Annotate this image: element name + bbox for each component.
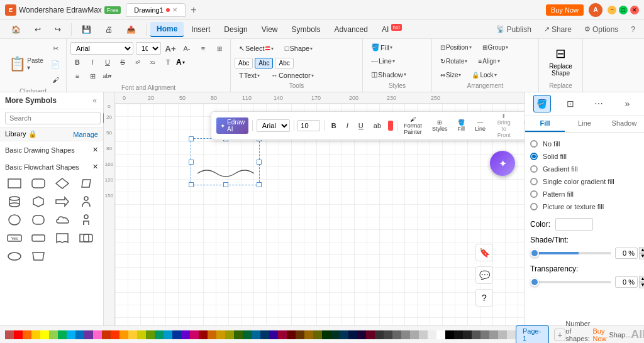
color-swatch[interactable] bbox=[111, 330, 119, 339]
color-swatch[interactable] bbox=[410, 330, 419, 339]
color-swatch[interactable] bbox=[5, 330, 14, 339]
text-align-btn[interactable]: ≡ bbox=[196, 41, 210, 55]
color-swatch[interactable] bbox=[322, 330, 331, 339]
indent-btn[interactable]: ab▾ bbox=[101, 69, 114, 83]
shape-paper[interactable] bbox=[53, 230, 72, 246]
sidebar-collapse-btn[interactable]: « bbox=[91, 96, 98, 105]
shape-trapezoid[interactable] bbox=[29, 248, 48, 264]
italic-btn[interactable]: I bbox=[86, 55, 99, 69]
page-1-tab[interactable]: Page-1 bbox=[516, 325, 549, 344]
style-abc1[interactable]: Abc bbox=[235, 58, 253, 68]
shade-tint-slider[interactable] bbox=[530, 252, 611, 254]
tab-shadow[interactable]: Shadow bbox=[604, 116, 644, 132]
color-swatch[interactable] bbox=[498, 330, 507, 339]
publish-btn[interactable]: 📡 Publish bbox=[492, 24, 535, 35]
strikethrough-btn[interactable]: S bbox=[116, 55, 130, 69]
color-swatch[interactable] bbox=[296, 330, 304, 339]
fill-pattern-radio[interactable] bbox=[530, 190, 538, 198]
handle-tl[interactable] bbox=[189, 136, 194, 141]
color-swatch[interactable] bbox=[146, 330, 155, 339]
tab-close-btn[interactable]: ✕ bbox=[172, 6, 177, 13]
help-btn[interactable]: ? bbox=[627, 24, 639, 35]
add-tab-button[interactable]: + bbox=[187, 3, 201, 17]
color-swatch[interactable] bbox=[40, 330, 49, 339]
transparency-slider[interactable] bbox=[530, 281, 611, 283]
color-swatch[interactable] bbox=[489, 330, 498, 339]
color-swatch[interactable] bbox=[419, 330, 428, 339]
format-painter-btn[interactable]: 🖌 bbox=[48, 73, 62, 87]
collapse-panel-btn[interactable]: » bbox=[618, 95, 636, 112]
color-swatch[interactable] bbox=[401, 330, 410, 339]
bold-btn[interactable]: B bbox=[70, 55, 84, 69]
color-swatch[interactable] bbox=[216, 330, 225, 339]
ft-highlight-btn[interactable]: ab bbox=[370, 121, 384, 131]
shape-rect-rounded[interactable] bbox=[77, 230, 96, 246]
color-swatch[interactable] bbox=[137, 330, 146, 339]
shape-diamond[interactable] bbox=[53, 175, 72, 191]
color-swatch[interactable] bbox=[234, 330, 243, 339]
transparency-value-input[interactable] bbox=[615, 276, 638, 288]
color-swatch[interactable] bbox=[357, 330, 366, 339]
paste-dropdown[interactable]: Paste ▾ bbox=[28, 57, 42, 71]
handle-ml[interactable] bbox=[189, 160, 194, 165]
align-btn[interactable]: ≡ Align ▾ bbox=[474, 56, 504, 67]
font-color-btn[interactable]: A ▾ bbox=[176, 58, 185, 67]
color-swatch[interactable] bbox=[243, 330, 252, 339]
color-swatch[interactable] bbox=[84, 330, 93, 339]
decrease-font-btn[interactable]: A- bbox=[180, 41, 194, 55]
rotate-btn[interactable]: ↻ Rotate ▾ bbox=[436, 56, 472, 67]
color-swatch[interactable] bbox=[252, 330, 260, 339]
shade-tint-down[interactable]: ▼ bbox=[639, 253, 644, 259]
transparency-up[interactable]: ▲ bbox=[639, 276, 644, 282]
maximize-button[interactable]: □ bbox=[619, 6, 628, 14]
color-swatch[interactable] bbox=[190, 330, 199, 339]
color-swatch[interactable] bbox=[119, 330, 128, 339]
shape-person[interactable] bbox=[77, 193, 96, 209]
handle-bl[interactable] bbox=[189, 182, 194, 187]
color-swatch[interactable] bbox=[14, 330, 23, 339]
canvas-help-btn[interactable]: ? bbox=[475, 289, 493, 307]
color-swatch[interactable] bbox=[128, 330, 137, 339]
shape-on-canvas[interactable] bbox=[191, 138, 260, 185]
color-swatch[interactable] bbox=[304, 330, 313, 339]
color-swatch[interactable] bbox=[348, 330, 357, 339]
fill-gradient-radio[interactable] bbox=[530, 165, 538, 173]
user-avatar[interactable]: A bbox=[589, 3, 602, 17]
tab-line[interactable]: Line bbox=[565, 116, 604, 132]
color-swatch[interactable] bbox=[58, 330, 67, 339]
ft-font-select[interactable]: Arial bbox=[257, 119, 290, 132]
fill-option-single-gradient[interactable]: Single color gradient fill bbox=[530, 175, 639, 188]
color-swatch[interactable] bbox=[269, 330, 278, 339]
canvas-area[interactable]: ✦ Edraw AI Arial B I U ab 🖌 Format Paint… bbox=[104, 92, 525, 325]
color-swatch[interactable] bbox=[454, 330, 463, 339]
manage-btn[interactable]: Manage bbox=[73, 131, 98, 138]
shape-rounded-square[interactable] bbox=[29, 212, 48, 227]
basic-drawing-section-header[interactable]: Basic Drawing Shapes ✕ bbox=[0, 144, 103, 156]
color-swatch[interactable] bbox=[199, 330, 208, 339]
numberedlist-btn[interactable]: ⊞ bbox=[86, 69, 99, 83]
menu-tab-symbols[interactable]: Symbols bbox=[286, 23, 327, 36]
color-picker-box[interactable] bbox=[555, 218, 593, 231]
canvas-bookmark-btn[interactable]: 🔖 bbox=[475, 244, 493, 261]
buy-now-title-btn[interactable]: Buy Now bbox=[546, 4, 584, 16]
shade-tint-value-input[interactable] bbox=[615, 248, 638, 259]
color-swatch[interactable] bbox=[472, 330, 480, 339]
canvas-chat-btn[interactable]: 💬 bbox=[475, 266, 493, 284]
color-swatch[interactable] bbox=[181, 330, 190, 339]
menu-tab-ai[interactable]: AI hot bbox=[375, 22, 408, 36]
menu-redo[interactable]: ↪ bbox=[48, 23, 67, 36]
ft-fill-btn[interactable]: 🪣 Fill bbox=[454, 116, 468, 136]
menu-tab-advanced[interactable]: Advanced bbox=[328, 23, 374, 36]
subscript-btn[interactable]: x₂ bbox=[146, 55, 160, 69]
color-swatch[interactable] bbox=[331, 330, 340, 339]
cut-btn[interactable]: ✂ bbox=[48, 41, 62, 55]
ft-send-back-btn[interactable]: ⬇ Send to Back bbox=[519, 116, 525, 136]
position-btn[interactable]: ⊡ Position ▾ bbox=[436, 42, 476, 53]
fill-option-none[interactable]: No fill bbox=[530, 138, 639, 150]
text-case-btn[interactable]: T bbox=[161, 55, 175, 69]
shape-rounded-rect2[interactable] bbox=[29, 230, 48, 246]
color-swatch[interactable] bbox=[164, 330, 172, 339]
ft-color-btn[interactable] bbox=[388, 121, 393, 131]
minimize-button[interactable]: － bbox=[608, 6, 616, 14]
superscript-btn[interactable]: x² bbox=[131, 55, 145, 69]
